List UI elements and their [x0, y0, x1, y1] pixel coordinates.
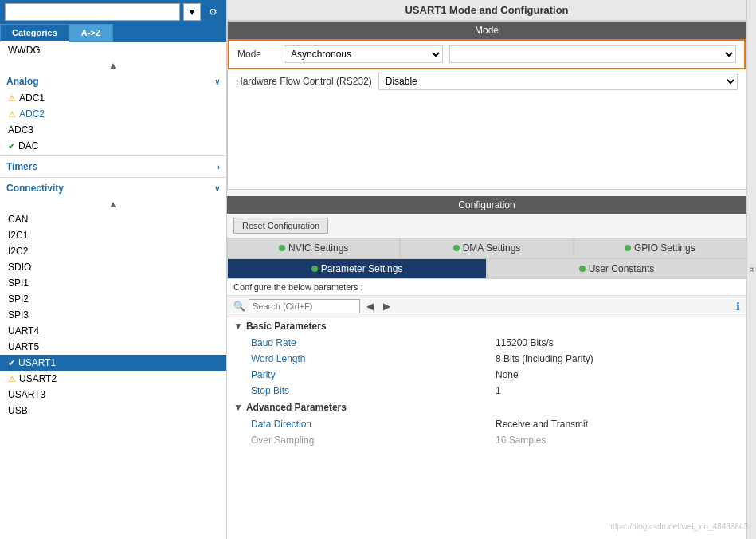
sidebar-item-uart5[interactable]: UART5 [0, 339, 226, 355]
config-section: Configuration Reset Configuration NVIC S… [227, 190, 746, 539]
sidebar-item-usart1[interactable]: ✔ USART1 [0, 355, 226, 371]
sidebar-item-label: SPI3 [8, 309, 29, 321]
sidebar-item-wwdg[interactable]: WWDG [0, 42, 226, 58]
param-row-parity: Parity None [227, 367, 746, 383]
param-name-data-direction: Data Direction [251, 419, 496, 430]
sidebar-item-can[interactable]: CAN [0, 211, 226, 227]
search-input[interactable] [5, 3, 180, 21]
sidebar-item-adc1[interactable]: ⚠ ADC1 [0, 90, 226, 106]
analog-collapse-icon: ∨ [214, 77, 220, 86]
config-section-header: Configuration [227, 196, 746, 214]
param-row-over-sampling: Over Sampling 16 Samples [227, 432, 746, 448]
scroll-up-button[interactable]: ▲ [0, 58, 226, 73]
sidebar-item-label: UART5 [8, 341, 39, 352]
param-name-over-sampling: Over Sampling [251, 435, 496, 446]
mode-label: Mode [237, 49, 277, 60]
sidebar-tab-bar: Categories A->Z [0, 24, 226, 42]
sidebar-item-usart3[interactable]: USART3 [0, 387, 226, 403]
param-row-stop-bits: Stop Bits 1 [227, 383, 746, 399]
sidebar-item-label: WWDG [8, 45, 41, 56]
basic-params-collapse-icon: ▼ [233, 321, 243, 332]
sidebar-item-label: I2C2 [8, 246, 28, 257]
dot-dma [453, 245, 460, 251]
tab-nvic-label: NVIC Settings [288, 242, 348, 254]
sidebar-item-label: SPI1 [8, 277, 29, 289]
right-handle-label: R [748, 267, 756, 273]
info-icon[interactable]: ℹ [736, 301, 740, 313]
param-row-data-direction: Data Direction Receive and Transmit [227, 416, 746, 432]
sidebar-item-label: ADC1 [19, 92, 45, 104]
basic-params-title: Basic Parameters [246, 321, 327, 332]
param-value-baud-rate: 115200 Bits/s [496, 337, 740, 348]
sidebar-section-timers[interactable]: Timers › [0, 158, 226, 175]
sidebar-section-connectivity[interactable]: Connectivity ∨ [0, 179, 226, 197]
sidebar-item-i2c2[interactable]: I2C2 [0, 243, 226, 259]
sidebar-item-label: USART2 [19, 373, 57, 384]
sidebar-item-dac[interactable]: ✔ DAC [0, 138, 226, 154]
params-search-input[interactable] [249, 299, 360, 313]
tab-dma-settings[interactable]: DMA Settings [400, 238, 573, 258]
hw-select[interactable]: Disable [378, 73, 738, 90]
right-handle[interactable]: R [746, 0, 756, 539]
sidebar-item-spi2[interactable]: SPI2 [0, 291, 226, 307]
nav-prev-icon[interactable]: ◀ [363, 299, 377, 313]
gear-icon[interactable]: ⚙ [204, 3, 221, 21]
tab-user-constants[interactable]: User Constants [487, 258, 746, 279]
sidebar-content: WWDG ▲ Analog ∨ ⚠ ADC1 ⚠ ADC2 ADC3 ✔ DAC [0, 42, 226, 539]
mode-select-extra[interactable] [449, 45, 736, 63]
reset-configuration-button[interactable]: Reset Configuration [233, 218, 328, 234]
warn-icon-adc2: ⚠ [8, 109, 16, 120]
sidebar-item-uart4[interactable]: UART4 [0, 323, 226, 339]
config-tabs-row1: NVIC Settings DMA Settings GPIO Settings [227, 238, 746, 258]
tab-categories[interactable]: Categories [0, 24, 69, 42]
sidebar-item-sdio[interactable]: SDIO [0, 259, 226, 275]
sidebar-item-usart2[interactable]: ⚠ USART2 [0, 371, 226, 387]
params-info-text: Configure the below parameters : [227, 279, 746, 296]
advanced-params-group-header[interactable]: ▼ Advanced Parameters [227, 399, 746, 416]
sidebar-item-adc3[interactable]: ADC3 [0, 122, 226, 138]
sidebar-item-label: DAC [18, 140, 38, 151]
tab-nvic-settings[interactable]: NVIC Settings [227, 238, 400, 258]
param-name-word-length: Word Length [251, 353, 496, 364]
sidebar-item-label: I2C1 [8, 230, 28, 241]
sidebar-item-label: USART3 [8, 389, 45, 400]
tab-gpio-settings[interactable]: GPIO Settings [574, 238, 746, 258]
sidebar-item-i2c1[interactable]: I2C1 [0, 227, 226, 243]
tab-parameter-settings[interactable]: Parameter Settings [227, 258, 487, 279]
basic-params-group-header[interactable]: ▼ Basic Parameters [227, 317, 746, 335]
mode-spacer [228, 93, 746, 189]
hw-flow-row: Hardware Flow Control (RS232) Disable [228, 69, 746, 93]
sidebar-item-spi1[interactable]: SPI1 [0, 275, 226, 291]
separator2 [0, 177, 226, 178]
connectivity-section-label: Connectivity [6, 183, 64, 194]
mode-section-header: Mode [228, 22, 746, 39]
sidebar-item-label: UART4 [8, 325, 39, 336]
warn-icon-adc1: ⚠ [8, 93, 16, 104]
main-title: USART1 Mode and Configuration [227, 0, 746, 21]
sidebar-item-usb[interactable]: USB [0, 403, 226, 419]
tab-az[interactable]: A->Z [69, 24, 113, 42]
sidebar-search-bar: ▼ ⚙ [0, 0, 226, 24]
params-search-row: 🔍 ◀ ▶ ℹ [227, 296, 746, 317]
param-value-over-sampling: 16 Samples [496, 435, 740, 446]
sidebar-section-analog[interactable]: Analog ∨ [0, 73, 226, 90]
mode-select[interactable]: Asynchronous [284, 45, 443, 63]
sidebar-item-label: ADC3 [8, 124, 33, 136]
param-value-word-length: 8 Bits (including Parity) [496, 353, 740, 364]
scroll-up-button2[interactable]: ▲ [0, 197, 226, 211]
sidebar-item-adc2[interactable]: ⚠ ADC2 [0, 106, 226, 122]
connectivity-collapse-icon: ∨ [214, 184, 220, 193]
timers-section-label: Timers [6, 161, 37, 172]
separator [0, 155, 226, 156]
hw-label: Hardware Flow Control (RS232) [236, 76, 372, 87]
nav-next-icon[interactable]: ▶ [380, 299, 394, 313]
tab-gpio-label: GPIO Settings [634, 242, 695, 254]
dot-user-constants [579, 266, 586, 272]
param-row-baud-rate: Baud Rate 115200 Bits/s [227, 335, 746, 351]
tab-dma-label: DMA Settings [463, 242, 521, 254]
advanced-params-collapse-icon: ▼ [233, 402, 243, 413]
param-value-data-direction: Receive and Transmit [496, 419, 740, 430]
search-dropdown-button[interactable]: ▼ [183, 3, 201, 21]
sidebar-item-spi3[interactable]: SPI3 [0, 307, 226, 323]
sidebar-item-label: USB [8, 405, 28, 416]
